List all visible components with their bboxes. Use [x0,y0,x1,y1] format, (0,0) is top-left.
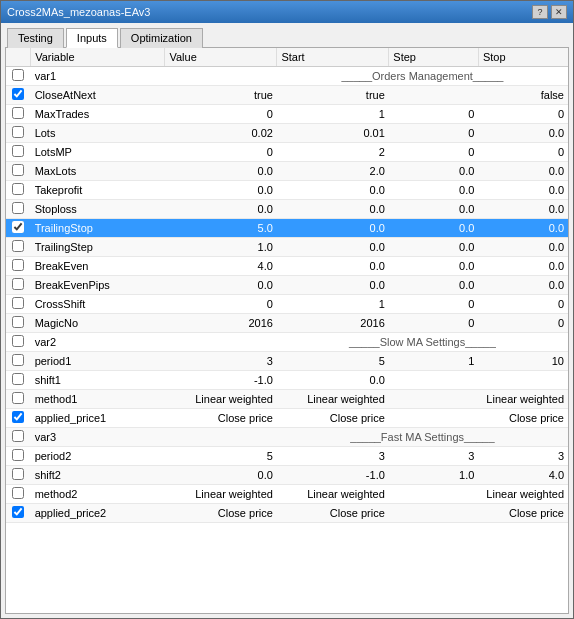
row-checkbox-cell [6,238,31,257]
table-row: CloseAtNext true true false [6,86,568,105]
row-stop: false [478,86,568,105]
close-button[interactable]: ✕ [551,5,567,19]
header-stop: Stop [478,48,568,67]
tab-optimization[interactable]: Optimization [120,28,203,48]
row-variable: TrailingStop [31,219,165,238]
row-stop: 0.0 [478,200,568,219]
row-variable: method2 [31,485,165,504]
row-checkbox-cell [6,295,31,314]
row-checkbox-cell [6,447,31,466]
row-checkbox[interactable] [12,411,24,423]
row-checkbox[interactable] [12,240,24,252]
row-checkbox[interactable] [12,259,24,271]
row-stop: 0.0 [478,219,568,238]
row-variable: applied_price1 [31,409,165,428]
row-variable: shift1 [31,371,165,390]
table-row: method1 Linear weighted Linear weighted … [6,390,568,409]
row-separator-label: _____Slow MA Settings_____ [277,333,568,352]
row-start: 2.0 [277,162,389,181]
row-checkbox[interactable] [12,392,24,404]
row-variable: method1 [31,390,165,409]
row-checkbox[interactable] [12,373,24,385]
row-step: 0.0 [389,162,479,181]
table-row: MaxTrades 0 1 0 0 [6,105,568,124]
row-stop: Close price [478,504,568,523]
row-step [389,390,479,409]
row-variable: applied_price2 [31,504,165,523]
title-bar: Cross2MAs_mezoanas-EAv3 ? ✕ [1,1,573,23]
row-checkbox[interactable] [12,335,24,347]
row-start: 0.01 [277,124,389,143]
row-value [165,428,277,447]
row-checkbox-cell [6,504,31,523]
row-checkbox[interactable] [12,107,24,119]
row-value: 5.0 [165,219,277,238]
row-checkbox-cell [6,371,31,390]
row-variable: BreakEvenPips [31,276,165,295]
row-checkbox[interactable] [12,354,24,366]
row-value: 0 [165,295,277,314]
row-stop: 0 [478,314,568,333]
row-separator-label: _____Orders Management_____ [277,67,568,86]
table-row: BreakEven 4.0 0.0 0.0 0.0 [6,257,568,276]
table-row: shift2 0.0 -1.0 1.0 4.0 [6,466,568,485]
row-value: 0.0 [165,181,277,200]
row-checkbox[interactable] [12,183,24,195]
table-row: applied_price1 Close price Close price C… [6,409,568,428]
inputs-table: Variable Value Start Step Stop var1 ____… [6,48,568,523]
row-step [389,86,479,105]
row-start: Close price [277,504,389,523]
row-checkbox[interactable] [12,430,24,442]
table-row: CrossShift 0 1 0 0 [6,295,568,314]
row-checkbox[interactable] [12,297,24,309]
row-checkbox[interactable] [12,202,24,214]
row-checkbox[interactable] [12,468,24,480]
row-checkbox[interactable] [12,69,24,81]
row-checkbox[interactable] [12,506,24,518]
row-stop: 0 [478,105,568,124]
row-start: Close price [277,409,389,428]
row-checkbox[interactable] [12,487,24,499]
header-start: Start [277,48,389,67]
row-checkbox-cell [6,352,31,371]
row-start: 5 [277,352,389,371]
row-step [389,504,479,523]
table-row: BreakEvenPips 0.0 0.0 0.0 0.0 [6,276,568,295]
table-row: var2 _____Slow MA Settings_____ [6,333,568,352]
row-value: 0.0 [165,200,277,219]
row-checkbox-cell [6,276,31,295]
tab-inputs[interactable]: Inputs [66,28,118,48]
row-variable: shift2 [31,466,165,485]
row-value: 0.0 [165,276,277,295]
row-start: 0.0 [277,276,389,295]
row-checkbox-cell [6,86,31,105]
row-checkbox[interactable] [12,164,24,176]
row-variable: CrossShift [31,295,165,314]
table-row: Lots 0.02 0.01 0 0.0 [6,124,568,143]
row-checkbox[interactable] [12,316,24,328]
row-variable: var1 [31,67,165,86]
row-variable: MagicNo [31,314,165,333]
row-start: 2016 [277,314,389,333]
row-checkbox[interactable] [12,449,24,461]
header-value: Value [165,48,277,67]
tab-testing[interactable]: Testing [7,28,64,48]
row-start: Linear weighted [277,390,389,409]
row-value: 5 [165,447,277,466]
row-step [389,485,479,504]
row-step: 0.0 [389,219,479,238]
row-start: true [277,86,389,105]
row-checkbox[interactable] [12,126,24,138]
row-variable: period2 [31,447,165,466]
row-start: 0.0 [277,181,389,200]
tab-bar: Testing Inputs Optimization [1,23,573,47]
help-button[interactable]: ? [532,5,548,19]
row-checkbox[interactable] [12,145,24,157]
row-checkbox[interactable] [12,88,24,100]
row-checkbox[interactable] [12,278,24,290]
row-checkbox[interactable] [12,221,24,233]
row-value: Linear weighted [165,485,277,504]
row-variable: period1 [31,352,165,371]
row-variable: TrailingStep [31,238,165,257]
row-step [389,409,479,428]
